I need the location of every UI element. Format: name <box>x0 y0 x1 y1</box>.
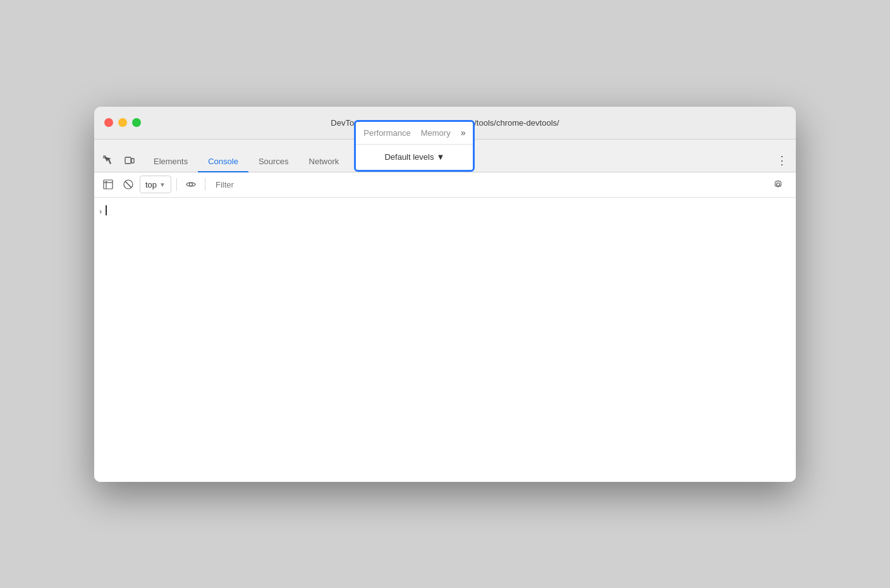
tab-elements[interactable]: Elements <box>143 153 198 172</box>
svg-rect-1 <box>125 157 131 164</box>
svg-rect-2 <box>131 159 134 163</box>
console-prompt: › <box>99 204 107 216</box>
tab-memory[interactable]: Memory <box>421 128 451 138</box>
console-area[interactable]: › <box>94 198 796 482</box>
more-options-icon[interactable]: ⋮ <box>773 152 791 169</box>
console-cursor <box>106 205 107 215</box>
tab-bar-left-icons <box>99 152 138 169</box>
frame-selector-arrow: ▼ <box>159 181 166 188</box>
tab-network[interactable]: Network <box>299 153 350 172</box>
devtools-body: Elements Console Sources Network Perform… <box>94 140 796 482</box>
console-toolbar: top ▼ <box>94 172 796 198</box>
frame-selector-value: top <box>145 180 157 189</box>
default-levels-arrow: ▼ <box>436 152 444 162</box>
default-levels-button[interactable]: Default levels ▼ <box>384 152 444 162</box>
svg-point-9 <box>189 183 192 186</box>
svg-point-10 <box>777 183 780 186</box>
prompt-chevron-icon: › <box>99 205 102 216</box>
svg-line-8 <box>125 181 131 188</box>
maximize-button[interactable] <box>132 118 141 127</box>
tab-bar: Elements Console Sources Network Perform… <box>94 140 796 172</box>
live-expressions-icon[interactable] <box>182 176 200 193</box>
devtools-window: DevTools - developers.google.com/web/too… <box>94 107 796 482</box>
clear-console-icon[interactable] <box>119 176 137 193</box>
minimize-button[interactable] <box>118 118 127 127</box>
tab-console[interactable]: Console <box>198 153 248 172</box>
highlighted-top-row: Performance Memory » <box>356 122 473 145</box>
frame-selector[interactable]: top ▼ <box>140 176 171 193</box>
overflow-icon[interactable]: » <box>461 128 466 138</box>
traffic-lights <box>94 118 141 127</box>
inspect-element-icon[interactable] <box>99 152 117 169</box>
filter-input[interactable] <box>210 180 767 189</box>
default-levels-label: Default levels <box>384 152 434 162</box>
toolbar-divider <box>176 178 177 191</box>
show-drawer-icon[interactable] <box>99 176 117 193</box>
tab-performance[interactable]: Performance <box>363 128 410 138</box>
tab-sources[interactable]: Sources <box>248 153 299 172</box>
highlighted-region: Performance Memory » Default levels ▼ <box>354 120 475 172</box>
highlighted-bottom-row: Default levels ▼ <box>356 145 473 170</box>
toolbar-divider-2 <box>205 178 205 191</box>
close-button[interactable] <box>104 118 113 127</box>
device-toggle-icon[interactable] <box>121 152 138 169</box>
tab-bar-right: ⋮ <box>773 152 791 169</box>
console-settings-icon[interactable] <box>769 176 787 193</box>
